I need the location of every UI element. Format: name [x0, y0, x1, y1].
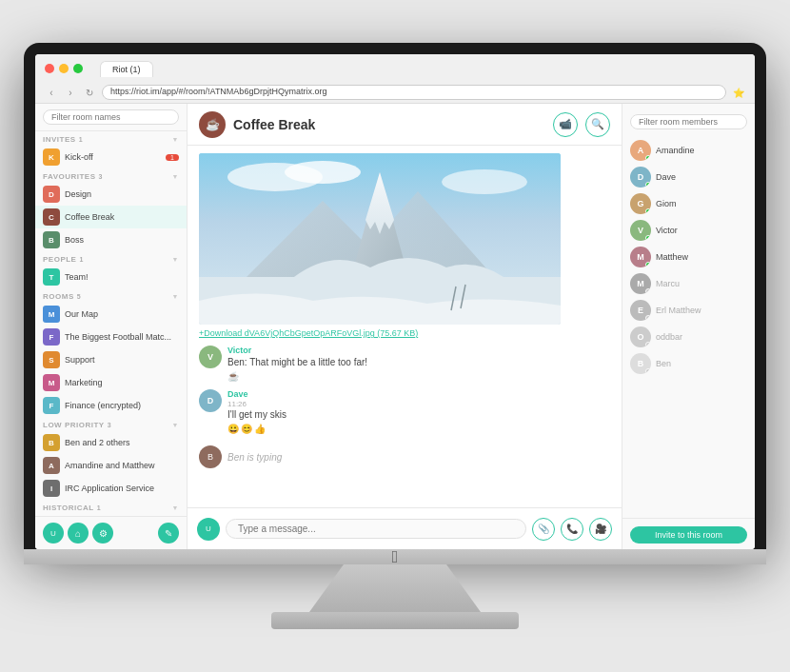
member-item-giom[interactable]: G Giom	[622, 190, 755, 217]
back-button[interactable]: ‹	[45, 86, 58, 99]
minimize-button[interactable]	[59, 64, 69, 73]
sidebar-item-kickoff[interactable]: K Kick-off 1	[35, 146, 187, 168]
my-avatar: U	[197, 518, 220, 541]
video-button[interactable]: 🎥	[589, 518, 612, 541]
address-bar: ‹ › ↻ https://riot.im/app/#/room/!ATNMAb…	[35, 81, 755, 104]
chat-messages[interactable]: +Download dVA6VjQhCbGpetOpARFoVGl.jpg (7…	[188, 146, 622, 507]
invites-section-header: INVITES 1 ▼	[35, 131, 187, 146]
design-avatar: D	[43, 186, 60, 203]
monitor-stand	[309, 564, 481, 612]
sidebar-item-amandine-matthew[interactable]: A Amandine and Matthew	[35, 454, 187, 477]
sidebar-item-ourmap[interactable]: M Our Map	[35, 303, 187, 326]
settings-button[interactable]: ⚙	[92, 523, 113, 544]
dave-reaction1: 😀	[227, 424, 239, 434]
giom-name: Giom	[656, 199, 677, 208]
victor-sender: Victor	[227, 346, 610, 355]
amandine-online	[645, 155, 651, 161]
dave-reaction2: 😊	[241, 424, 252, 434]
sidebar-item-marketing[interactable]: M Marketing	[35, 371, 187, 394]
search-chat-button[interactable]: 🔍	[585, 112, 610, 137]
typing-avatar: B	[199, 445, 222, 468]
coffeebreak-avatar: C	[43, 208, 60, 226]
sidebar-item-football[interactable]: F The Biggest Football Matc...	[35, 326, 187, 348]
rooms-section-header: ROOMS 5 ▼	[35, 288, 187, 303]
home-button[interactable]: ⌂	[68, 523, 89, 544]
oddbar-offline	[645, 342, 651, 347]
chat-input-area: U 📎 📞 🎥	[188, 507, 622, 549]
reaction-emoji: ☕	[227, 371, 239, 382]
dave-member-avatar: D	[630, 167, 651, 188]
phone-button[interactable]: 📞	[561, 518, 583, 541]
ben-name: Ben	[656, 359, 671, 368]
victor-text: Ben: That might be a little too far!	[227, 356, 610, 369]
sidebar: INVITES 1 ▼ K Kick-off 1 FAVOURITES	[35, 104, 188, 549]
amandine-name: Amandine	[656, 146, 695, 155]
close-button[interactable]	[45, 64, 54, 73]
dave-message-content: Dave 11:26 I'll get my skis 😀 😊 👍	[227, 389, 610, 434]
people-section-header: PEOPLE 1 ▼	[35, 251, 187, 266]
sidebar-item-team[interactable]: T Team!	[35, 266, 187, 288]
message-input[interactable]	[226, 519, 526, 539]
giom-online	[645, 208, 651, 214]
member-item-marcu[interactable]: M Marcu	[622, 270, 755, 297]
dave-member-name: Dave	[656, 172, 676, 182]
browser-tab[interactable]: Riot (1)	[100, 61, 153, 77]
message-row-victor: V Victor Ben: That might be a little too…	[199, 346, 610, 382]
ben-offline	[645, 368, 651, 374]
image-download-link[interactable]: +Download dVA6VjQhCbGpetOpARFoVGl.jpg (7…	[199, 328, 610, 338]
kickoff-avatar: K	[43, 148, 60, 166]
compose-button[interactable]: ✎	[158, 523, 179, 544]
dave-reaction3: 👍	[254, 424, 266, 434]
sidebar-item-finance[interactable]: F Finance (encrypted)	[35, 394, 187, 417]
member-item-erl[interactable]: E Erl Matthew	[622, 297, 755, 324]
invite-button[interactable]: Invite to this room	[630, 526, 747, 544]
members-header	[622, 104, 755, 133]
room-filter-input[interactable]	[43, 109, 179, 125]
members-footer: Invite to this room	[622, 518, 755, 549]
dave-sender: Dave	[227, 389, 610, 399]
member-item-matthew[interactable]: M Matthew	[622, 244, 755, 270]
sidebar-item-design[interactable]: D Design	[35, 183, 187, 206]
typing-indicator: B Ben is typing	[199, 442, 610, 472]
shared-image	[199, 153, 561, 325]
svg-point-3	[442, 169, 527, 194]
people-arrow: ▼	[172, 256, 179, 263]
message-row-dave: D Dave 11:26 I'll get my skis 😀 😊 👍	[199, 389, 610, 434]
victor-online	[645, 235, 651, 241]
user-avatar[interactable]: U	[43, 523, 64, 544]
refresh-button[interactable]: ↻	[83, 86, 96, 99]
monitor-base-top: 	[24, 549, 766, 564]
erl-name: Erl Matthew	[656, 306, 701, 315]
video-call-button[interactable]: 📹	[553, 112, 578, 137]
marcu-offline	[645, 288, 651, 294]
member-item-victor[interactable]: V Victor	[622, 217, 755, 244]
sidebar-item-support[interactable]: S Support	[35, 348, 187, 371]
maximize-button[interactable]	[73, 64, 83, 73]
tab-title: Riot (1)	[112, 65, 141, 74]
victor-message-content: Victor Ben: That might be a little too f…	[227, 346, 610, 382]
sidebar-item-irc[interactable]: I IRC Application Service	[35, 477, 187, 500]
member-item-ben[interactable]: B Ben	[622, 350, 755, 377]
member-item-amandine[interactable]: A Amandine	[622, 137, 755, 164]
url-bar[interactable]: https://riot.im/app/#/room/!ATNMAb6gDrpj…	[102, 85, 726, 100]
typing-text: Ben is typing	[227, 452, 282, 463]
victor-avatar: V	[199, 346, 222, 368]
members-panel: A Amandine D Dave G	[622, 104, 755, 549]
forward-button[interactable]: ›	[64, 86, 77, 99]
member-item-dave[interactable]: D Dave	[622, 164, 755, 190]
chat-main: ☕ Coffee Break 📹 🔍	[188, 104, 622, 549]
bookmark-button[interactable]: ⭐	[732, 86, 745, 99]
sidebar-footer: U ⌂ ⚙ ✎	[35, 516, 187, 549]
erl-avatar: E	[630, 300, 651, 321]
sidebar-item-ben2[interactable]: B Ben and 2 others	[35, 431, 187, 454]
members-filter-input[interactable]	[630, 114, 747, 129]
sidebar-item-boss[interactable]: B Boss	[35, 228, 187, 251]
dave-time: 11:26	[227, 400, 610, 408]
sidebar-item-coffeebreak[interactable]: C Coffee Break	[35, 206, 187, 228]
historical-section-header: HISTORICAL 1 ▼	[35, 500, 187, 514]
finance-avatar: F	[43, 397, 60, 414]
member-item-oddbar[interactable]: O oddbar	[622, 324, 755, 350]
rooms-arrow: ▼	[172, 293, 179, 300]
attachment-button[interactable]: 📎	[532, 518, 555, 541]
football-avatar: F	[43, 328, 60, 346]
